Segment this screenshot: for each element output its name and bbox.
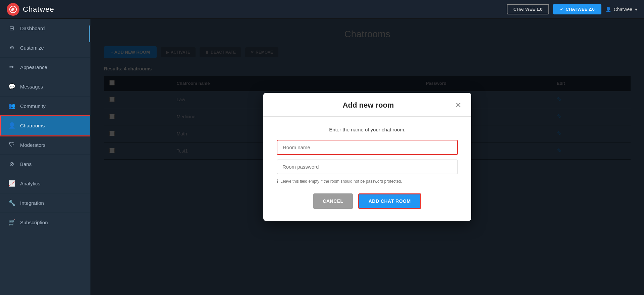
sidebar-item-label: Appearance bbox=[20, 64, 47, 70]
modal-description: Enter the name of your chat room. bbox=[277, 127, 458, 132]
sidebar-item-label: Analytics bbox=[20, 181, 40, 186]
bans-icon: ⊘ bbox=[8, 161, 15, 168]
logo-icon bbox=[7, 3, 19, 16]
sidebar-item-bans[interactable]: ⊘ Bans bbox=[0, 155, 90, 174]
sidebar-item-label: Integration bbox=[20, 200, 44, 206]
room-name-input[interactable] bbox=[277, 140, 458, 155]
sidebar-item-label: Dashboard bbox=[20, 25, 45, 31]
sidebar-item-label: Community bbox=[20, 103, 46, 109]
modal-title: Add new room bbox=[281, 101, 455, 110]
modal-header: Add new room ✕ bbox=[263, 93, 471, 117]
main-layout: ⊟ Dashboard ⚙ Customize ✏ Appearance 💬 M… bbox=[0, 19, 644, 295]
sidebar-item-customize[interactable]: ⚙ Customize bbox=[0, 38, 90, 58]
sidebar-item-subscription[interactable]: 🛒 Subscription bbox=[0, 213, 90, 232]
subscription-icon: 🛒 bbox=[8, 219, 15, 226]
check-icon: ✓ bbox=[560, 7, 564, 12]
integration-icon: 🔧 bbox=[8, 199, 15, 206]
room-password-input[interactable] bbox=[277, 160, 458, 174]
sidebar-item-dashboard[interactable]: ⊟ Dashboard bbox=[0, 19, 90, 38]
modal-actions: CANCEL ADD CHAT ROOM bbox=[277, 193, 458, 209]
logo-text: Chatwee bbox=[23, 5, 54, 14]
chatwee1-button[interactable]: CHATWEE 1.0 bbox=[507, 4, 549, 14]
chatrooms-icon: 👤 bbox=[8, 122, 15, 129]
content-area: Chatrooms + ADD NEW ROOM ▶ ACTIVATE ⏸ DE… bbox=[91, 19, 644, 295]
add-room-modal: Add new room ✕ Enter the name of your ch… bbox=[263, 93, 471, 221]
cancel-button[interactable]: CANCEL bbox=[313, 193, 353, 209]
sidebar-item-label: Messages bbox=[20, 84, 43, 90]
sidebar: ⊟ Dashboard ⚙ Customize ✏ Appearance 💬 M… bbox=[0, 19, 91, 295]
modal-body: Enter the name of your chat room. ℹ Leav… bbox=[263, 117, 471, 221]
chatwee2-button[interactable]: ✓ CHATWEE 2.0 bbox=[553, 4, 601, 14]
top-navigation: Chatwee CHATWEE 1.0 ✓ CHATWEE 2.0 👤 Chat… bbox=[0, 0, 644, 19]
community-icon: 👥 bbox=[8, 103, 15, 110]
sidebar-item-integration[interactable]: 🔧 Integration bbox=[0, 193, 90, 213]
user-menu[interactable]: 👤 Chatwee ▾ bbox=[605, 7, 637, 12]
sidebar-item-label: Bans bbox=[20, 161, 32, 167]
moderators-icon: 🛡 bbox=[8, 141, 15, 148]
appearance-icon: ✏ bbox=[8, 64, 15, 71]
dashboard-icon: ⊟ bbox=[8, 25, 15, 32]
password-hint: ℹ Leave this field empty if the room sho… bbox=[277, 179, 458, 184]
analytics-icon: 📈 bbox=[8, 180, 15, 187]
modal-close-button[interactable]: ✕ bbox=[455, 102, 461, 109]
messages-icon: 💬 bbox=[8, 83, 15, 90]
sidebar-item-label: Chatrooms bbox=[20, 123, 45, 128]
sidebar-item-analytics[interactable]: 📈 Analytics bbox=[0, 174, 90, 193]
sidebar-item-appearance[interactable]: ✏ Appearance bbox=[0, 58, 90, 77]
sidebar-item-label: Subscription bbox=[20, 220, 48, 225]
sidebar-item-label: Moderators bbox=[20, 142, 46, 148]
scroll-indicator bbox=[89, 25, 90, 42]
logo-area: Chatwee bbox=[7, 3, 54, 16]
info-icon: ℹ bbox=[277, 179, 278, 184]
modal-overlay: Add new room ✕ Enter the name of your ch… bbox=[91, 19, 644, 295]
sidebar-item-messages[interactable]: 💬 Messages bbox=[0, 77, 90, 97]
user-icon: 👤 bbox=[605, 7, 611, 12]
customize-icon: ⚙ bbox=[8, 44, 15, 51]
sidebar-item-chatrooms[interactable]: 👤 Chatrooms bbox=[0, 116, 90, 135]
topnav-right: CHATWEE 1.0 ✓ CHATWEE 2.0 👤 Chatwee ▾ bbox=[507, 4, 637, 14]
add-chat-room-button[interactable]: ADD CHAT ROOM bbox=[358, 193, 421, 209]
sidebar-item-moderators[interactable]: 🛡 Moderators bbox=[0, 135, 90, 155]
sidebar-item-community[interactable]: 👥 Community bbox=[0, 97, 90, 116]
sidebar-item-label: Customize bbox=[20, 45, 44, 51]
chevron-down-icon: ▾ bbox=[635, 7, 637, 12]
